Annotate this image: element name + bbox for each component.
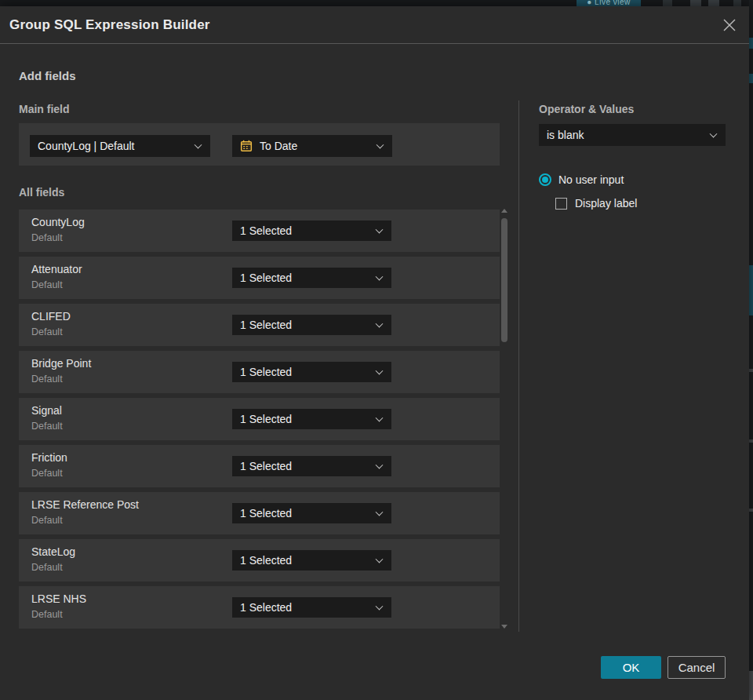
no-user-input-radio[interactable]: No user input [539, 173, 624, 186]
chevron-down-icon [376, 273, 384, 281]
chevron-down-icon [376, 226, 384, 234]
field-row: CLIFEDDefault1 Selected [19, 304, 500, 346]
live-view-button[interactable]: ● Live view [577, 0, 641, 6]
field-name: LRSE NHS [31, 592, 86, 605]
chevron-down-icon [195, 141, 202, 149]
dialog-title: Group SQL Expression Builder [9, 6, 210, 44]
background-fragment [749, 509, 753, 512]
cancel-button[interactable]: Cancel [668, 656, 726, 679]
field-selected-value: 1 Selected [240, 460, 292, 472]
field-row: Bridge PointDefault1 Selected [19, 351, 500, 393]
background-fragment [749, 265, 753, 315]
field-name: CountyLog [31, 216, 85, 228]
chevron-down-icon [376, 367, 384, 375]
field-selected-value: 1 Selected [240, 554, 292, 567]
field-selected-value: 1 Selected [240, 224, 292, 237]
field-selected-dropdown[interactable]: 1 Selected [232, 409, 391, 429]
field-row: CountyLogDefault1 Selected [19, 210, 500, 252]
checkbox-unchecked-icon [555, 198, 567, 210]
field-row: StateLogDefault1 Selected [19, 539, 500, 582]
chevron-down-icon [376, 461, 384, 469]
field-subtitle: Default [31, 326, 63, 337]
field-selected-dropdown[interactable]: 1 Selected [232, 503, 391, 523]
field-subtitle: Default [31, 279, 63, 290]
background-fragment [749, 38, 753, 49]
field-row: AttenuatorDefault1 Selected [19, 257, 500, 299]
group-sql-expression-builder-dialog: Group SQL Expression Builder Add fields … [0, 6, 749, 700]
operator-select-value: is blank [547, 129, 584, 141]
field-row: LRSE NHSDefault1 Selected [19, 586, 500, 629]
chevron-down-icon [376, 603, 384, 611]
background-fragment [749, 439, 753, 443]
field-name: Attenuator [31, 263, 82, 275]
field-selected-dropdown[interactable]: 1 Selected [232, 315, 391, 335]
field-subtitle: Default [31, 421, 63, 432]
background-app-edge [749, 0, 753, 700]
field-subtitle: Default [31, 609, 63, 620]
background-icon-fragment [690, 0, 701, 6]
panel-divider [518, 100, 519, 632]
field-selected-value: 1 Selected [240, 413, 292, 425]
chevron-down-icon [376, 414, 384, 422]
field-subtitle: Default [31, 374, 63, 385]
no-user-input-label: No user input [558, 173, 624, 186]
field-row: LRSE Reference PostDefault1 Selected [19, 492, 500, 534]
background-icon-fragment [733, 0, 741, 6]
field-selected-value: 1 Selected [240, 366, 292, 378]
operator-values-heading: Operator & Values [539, 103, 634, 115]
background-fragment [749, 369, 753, 372]
scrollbar-down-arrow-icon[interactable] [501, 625, 507, 629]
field-selected-dropdown[interactable]: 1 Selected [232, 597, 391, 618]
close-icon[interactable] [722, 18, 737, 32]
main-date-select[interactable]: To Date [232, 135, 392, 157]
field-name: Signal [31, 404, 62, 417]
field-selected-dropdown[interactable]: 1 Selected [232, 550, 391, 571]
scrollbar-thumb[interactable] [501, 218, 507, 342]
field-row: FrictionDefault1 Selected [19, 445, 500, 487]
field-row: SignalDefault1 Selected [19, 398, 500, 440]
field-name: CLIFED [31, 310, 71, 323]
field-selected-value: 1 Selected [240, 272, 292, 284]
display-label-checkbox[interactable]: Display label [555, 197, 637, 210]
field-name: LRSE Reference Post [31, 498, 139, 511]
field-selected-dropdown[interactable]: 1 Selected [232, 221, 391, 241]
field-selected-dropdown[interactable]: 1 Selected [232, 456, 391, 476]
main-field-select-value: CountyLog | Default [38, 140, 135, 152]
field-selected-value: 1 Selected [240, 319, 292, 331]
chevron-down-icon [376, 320, 384, 328]
background-fragment [749, 74, 753, 83]
ok-button[interactable]: OK [601, 656, 661, 679]
main-field-heading: Main field [19, 103, 70, 115]
field-name: Friction [31, 451, 67, 464]
field-subtitle: Default [31, 468, 63, 479]
add-fields-heading: Add fields [19, 69, 76, 82]
chevron-down-icon [376, 141, 384, 149]
field-name: Bridge Point [31, 357, 91, 370]
dialog-header: Group SQL Expression Builder [0, 6, 749, 44]
field-selected-dropdown[interactable]: 1 Selected [232, 268, 391, 288]
background-icon-fragment [663, 0, 672, 6]
background-fragment [749, 671, 753, 700]
chevron-down-icon [376, 556, 384, 563]
scrollbar-up-arrow-icon[interactable] [501, 209, 507, 213]
main-field-select[interactable]: CountyLog | Default [30, 135, 210, 157]
fields-list-scrollbar[interactable] [501, 209, 507, 634]
field-subtitle: Default [31, 515, 63, 526]
field-selected-value: 1 Selected [240, 601, 292, 614]
main-date-select-value: To Date [260, 140, 297, 152]
calendar-icon [240, 140, 253, 152]
background-app-strip: ● Live view [0, 0, 753, 6]
field-subtitle: Default [31, 562, 63, 573]
field-name: StateLog [31, 545, 75, 558]
field-selected-value: 1 Selected [240, 507, 292, 520]
radio-selected-icon [539, 173, 551, 186]
field-subtitle: Default [31, 232, 63, 243]
operator-select[interactable]: is blank [539, 124, 726, 146]
chevron-down-icon [710, 130, 718, 138]
all-fields-heading: All fields [19, 186, 64, 199]
chevron-down-icon [376, 509, 384, 516]
display-label-label: Display label [575, 197, 637, 210]
background-icon-fragment [708, 0, 719, 6]
field-selected-dropdown[interactable]: 1 Selected [232, 362, 391, 382]
